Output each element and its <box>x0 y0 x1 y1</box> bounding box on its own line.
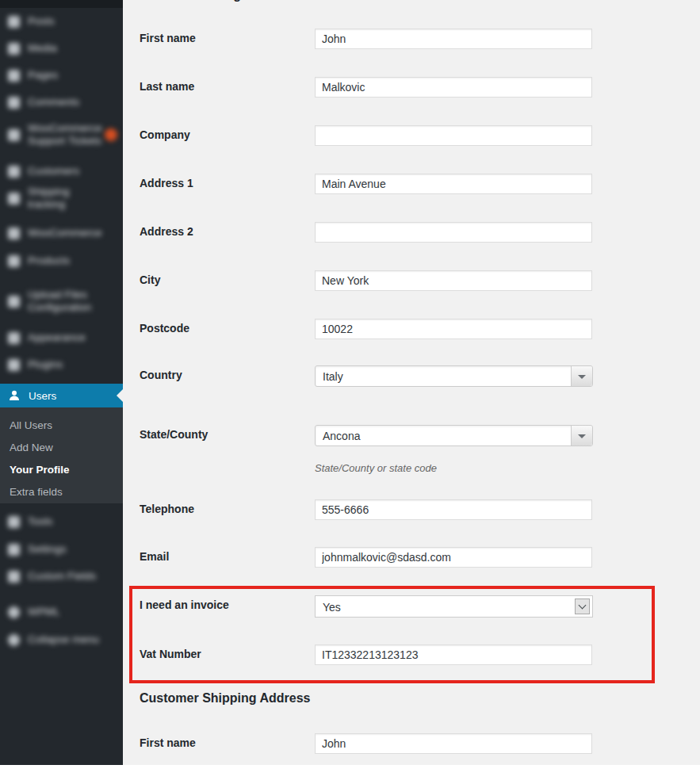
selected-value: Italy <box>323 370 343 383</box>
chevron-down-icon <box>579 602 587 610</box>
settings-icon <box>8 544 20 556</box>
sidebar-item-wpml[interactable]: WPML <box>0 599 123 625</box>
city-input[interactable] <box>315 270 592 291</box>
form-row-city: City <box>123 270 700 294</box>
field-label-country: Country <box>140 369 182 381</box>
support-tickets-icon <box>8 129 20 141</box>
pages-icon <box>8 70 20 82</box>
field-label-address-1: Address 1 <box>140 177 193 189</box>
form-row-last-name: Last name <box>123 77 700 101</box>
sidebar-item-plugins[interactable]: Plugins <box>0 351 123 378</box>
sidebar-item-label: WooCommerce Support Tickets <box>28 122 107 147</box>
tools-icon <box>8 516 20 528</box>
billing-address-heading: Customer Billing Address <box>140 0 295 2</box>
field-label-i-need-an-invoice: I need an invoice <box>140 599 229 611</box>
posts-icon <box>8 16 20 28</box>
sidebar-item-label: WooCommerce <box>28 227 102 239</box>
users-submenu: All UsersAdd NewYour ProfileExtra fields <box>0 407 123 503</box>
dropdown-button[interactable] <box>575 599 590 614</box>
dropdown-button[interactable] <box>571 366 592 386</box>
sidebar-item-posts[interactable]: Posts <box>0 8 123 35</box>
form-row-address-2: Address 2 <box>123 222 700 246</box>
products-icon <box>8 255 20 267</box>
company-input[interactable] <box>315 125 592 146</box>
form-row-i-need-an-invoice: I need an invoiceYes <box>123 595 700 619</box>
submenu-item-your-profile[interactable]: Your Profile <box>0 459 123 481</box>
address-2-input[interactable] <box>315 222 592 243</box>
first-name-input[interactable] <box>315 29 592 49</box>
comments-icon <box>8 97 20 109</box>
sidebar-item-collapse-menu[interactable]: Collapse menu <box>0 626 123 653</box>
sidebar-item-tools[interactable]: Tools <box>0 508 123 535</box>
sidebar-item-label: Posts <box>28 15 55 28</box>
sidebar-item-upload-files-configuration[interactable]: Upload Files Configuration <box>0 282 123 320</box>
sidebar-item-label: Settings <box>28 543 67 556</box>
submenu-item-all-users[interactable]: All Users <box>0 415 123 437</box>
sidebar-item-label: Appearance <box>28 331 86 344</box>
upload-files-icon <box>8 296 20 308</box>
chevron-down-icon <box>578 434 586 438</box>
field-label-telephone: Telephone <box>140 503 194 515</box>
email-input[interactable] <box>315 547 592 568</box>
sidebar-item-woocommerce-support-tickets[interactable]: WooCommerce Support Tickets <box>0 116 123 154</box>
sidebar-item-pages[interactable]: Pages <box>0 62 123 89</box>
field-label-address-2: Address 2 <box>140 225 193 238</box>
state-county-select[interactable]: Ancona <box>315 425 593 446</box>
first-name-input[interactable] <box>315 733 592 754</box>
shipping-tracking-icon <box>8 193 20 205</box>
form-row-company: Company <box>123 125 700 149</box>
sidebar-item-label: WPML <box>28 606 60 618</box>
dropdown-button[interactable] <box>571 426 592 446</box>
field-label-first-name: First name <box>140 32 196 44</box>
woocommerce-icon <box>8 228 20 239</box>
selected-value: Yes <box>323 601 341 614</box>
admin-sidebar: PostsMediaPagesCommentsWooCommerce Suppo… <box>0 0 123 765</box>
sidebar-item-users[interactable]: Users <box>0 384 123 407</box>
last-name-input[interactable] <box>315 77 592 98</box>
sidebar-item-label: Users <box>29 390 56 402</box>
sidebar-item-appearance[interactable]: Appearance <box>0 324 123 351</box>
field-label-company: Company <box>140 128 190 141</box>
field-label-last-name: Last name <box>140 80 194 93</box>
state-county-hint: State/County or state code <box>315 462 437 474</box>
wordpress-admin-screen: PostsMediaPagesCommentsWooCommerce Suppo… <box>0 0 700 784</box>
postcode-input[interactable] <box>315 319 592 339</box>
form-row-country: CountryItaly <box>123 365 700 389</box>
sidebar-item-media[interactable]: Media <box>0 35 123 62</box>
address-1-input[interactable] <box>315 174 592 194</box>
collapse-icon <box>8 634 20 646</box>
submenu-item-add-new[interactable]: Add New <box>0 437 123 459</box>
sidebar-item-comments[interactable]: Comments <box>0 89 123 116</box>
sidebar-item-label: Shipping tracking <box>28 185 107 211</box>
i-need-an-invoice-select[interactable]: Yes <box>315 595 593 618</box>
sidebar-item-shipping-tracking[interactable]: Shipping tracking <box>0 185 123 212</box>
sidebar-item-settings[interactable]: Settings <box>0 536 123 563</box>
form-row-vat-number: Vat Number <box>123 644 700 668</box>
vat-number-input[interactable] <box>315 644 592 665</box>
admin-bar-strip <box>0 0 123 8</box>
sidebar-item-woocommerce[interactable]: WooCommerce <box>0 220 123 247</box>
telephone-input[interactable] <box>315 499 592 520</box>
sidebar-item-label: Plugins <box>28 358 63 371</box>
sidebar-item-label: Comments <box>28 96 79 109</box>
form-row-first-name: First name <box>123 733 700 757</box>
field-label-state-county: State/County <box>140 428 208 441</box>
appearance-icon <box>8 332 20 344</box>
form-row-first-name: First name <box>123 29 700 52</box>
sidebar-item-customers[interactable]: Customers <box>0 158 123 185</box>
country-select[interactable]: Italy <box>315 365 593 387</box>
sidebar-item-products[interactable]: Products <box>0 247 123 274</box>
field-label-vat-number: Vat Number <box>140 648 201 660</box>
custom-fields-icon <box>8 571 20 583</box>
field-label-first-name: First name <box>140 736 196 749</box>
sidebar-item-label: Customers <box>28 165 79 178</box>
submenu-item-extra-fields[interactable]: Extra fields <box>0 481 123 503</box>
plugins-icon <box>8 359 20 371</box>
wpml-icon <box>8 606 20 618</box>
selected-value: Ancona <box>323 430 360 442</box>
sidebar-item-label: Collapse menu <box>28 633 99 646</box>
field-label-email: Email <box>140 550 169 563</box>
form-row-address-1: Address 1 <box>123 174 700 197</box>
sidebar-item-custom-fields[interactable]: Custom Fields <box>0 563 123 590</box>
chevron-down-icon <box>578 375 586 379</box>
